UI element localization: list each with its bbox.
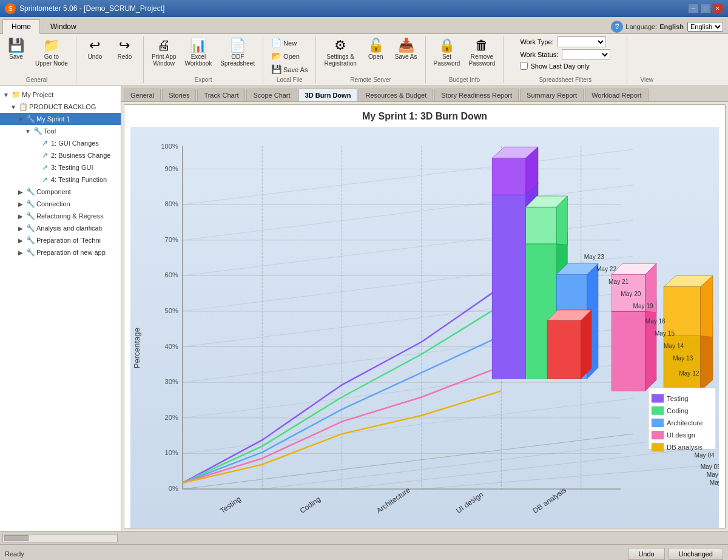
svg-marker-71 xyxy=(701,275,713,337)
sidebar-item-preparation-new[interactable]: ▶ 🔧 Preparation of new app xyxy=(0,246,121,258)
toggle-analysis[interactable]: ▶ xyxy=(17,224,24,232)
remote-group-label: Remote Server xyxy=(350,76,391,83)
save-button[interactable]: 💾 Save xyxy=(2,36,30,62)
tab-story-readiness[interactable]: Story Readiness Report xyxy=(434,89,519,101)
horizontal-scrollbar[interactable] xyxy=(2,534,118,542)
odf-button[interactable]: 📄 ODF Spreadsheet xyxy=(217,36,258,69)
worktype-select[interactable]: ----ALL---- xyxy=(558,36,606,47)
print-button[interactable]: 🖨 Print App Window xyxy=(149,36,180,69)
saveas-button[interactable]: 💾 Save As xyxy=(268,63,311,75)
new-button[interactable]: 📄 New xyxy=(268,36,311,49)
tab-resources-budget[interactable]: Resources & Budget xyxy=(359,89,433,101)
tab-window[interactable]: Window xyxy=(41,19,86,33)
workstatus-select[interactable]: ----ALL---- xyxy=(562,49,610,60)
sidebar-item-component[interactable]: ▶ 🔧 Component xyxy=(0,186,121,198)
show-lastday-checkbox[interactable] xyxy=(520,62,528,70)
help-icon[interactable]: ? xyxy=(611,21,623,33)
toggle-my-project[interactable]: ▼ xyxy=(2,91,10,98)
sidebar-item-task-4[interactable]: ▶ ↗ 4: Testing Function xyxy=(0,174,121,186)
remote-saveas-button[interactable]: 📥 Save As xyxy=(392,36,420,62)
redo-button[interactable]: ↪ Redo xyxy=(111,36,138,62)
help-area: ? Language: English English xyxy=(606,19,728,33)
tab-stories[interactable]: Stories xyxy=(162,89,196,101)
sidebar-item-connection[interactable]: ▶ 🔧 Connection xyxy=(0,198,121,210)
toggle-refactoring[interactable]: ▶ xyxy=(17,212,24,220)
sprint-icon: 🔧 xyxy=(25,114,35,124)
svg-rect-51 xyxy=(547,320,581,379)
sidebar-item-preparation-techni[interactable]: ▶ 🔧 Preparation of 'Techni xyxy=(0,234,121,246)
prep-new-icon: 🔧 xyxy=(25,248,35,257)
toggle-connection[interactable]: ▶ xyxy=(17,200,24,207)
bar-db-2 xyxy=(664,275,713,337)
sidebar-item-task-1[interactable]: ▶ ↗ 1: GUI Changes xyxy=(0,137,121,149)
sidebar-item-analysis[interactable]: ▶ 🔧 Analysis and clarificati xyxy=(0,222,121,234)
sidebar-item-my-sprint-1[interactable]: ▼ 🔧 My Sprint 1 xyxy=(0,113,121,125)
svg-marker-53 xyxy=(581,310,592,379)
date-may15: May 15 xyxy=(655,330,675,337)
app-icon: S xyxy=(5,3,16,14)
general-group-label: General xyxy=(26,76,48,83)
go-upper-node-button[interactable]: 📁 Go to Upper Node xyxy=(32,36,71,69)
ribbon-group-view: View xyxy=(630,36,666,83)
worktype-label: Work Type: xyxy=(520,38,553,46)
toggle-prep-techni[interactable]: ▶ xyxy=(17,237,24,244)
undo-bottom-button[interactable]: Undo xyxy=(628,548,664,560)
tab-home[interactable]: Home xyxy=(2,19,40,34)
sidebar-item-task-2[interactable]: ▶ ↗ 2: Business Change xyxy=(0,149,121,161)
removepwd-button[interactable]: 🗑 Remove Password xyxy=(465,36,498,69)
legend-testing-color xyxy=(652,394,664,402)
open-button[interactable]: 📂 Open xyxy=(268,50,311,62)
tab-track-chart[interactable]: Track Chart xyxy=(197,89,245,101)
toggle-prep-new[interactable]: ▶ xyxy=(17,249,24,256)
sidebar-item-task-3[interactable]: ▶ ↗ 3: Testing GUI xyxy=(0,161,121,174)
date-may19: May 19 xyxy=(633,303,653,309)
maximize-button[interactable]: □ xyxy=(700,4,711,13)
ribbon-content: 💾 Save 📁 Go to Upper Node General ↩ Undo… xyxy=(0,34,728,86)
main-layout: ▼ 📁 My Project ▼ 📋 PRODUCT BACKLOG ▼ 🔧 M… xyxy=(0,86,728,531)
toggle-sprint[interactable]: ▼ xyxy=(17,115,24,123)
content-area: General Stories Track Chart Scope Chart … xyxy=(121,86,728,531)
svg-line-23 xyxy=(183,398,633,453)
sidebar-item-refactoring[interactable]: ▶ 🔧 Refactoring & Regress xyxy=(0,210,121,222)
backlog-label: PRODUCT BACKLOG xyxy=(29,103,96,110)
ribbon-group-undoredo: ↩ Undo ↪ Redo xyxy=(79,36,144,83)
sidebar-item-tool[interactable]: ▼ 🔧 Tool xyxy=(0,125,121,137)
title-bar-controls[interactable]: ─ □ ✕ xyxy=(688,4,723,13)
undo-button[interactable]: ↩ Undo xyxy=(81,36,109,62)
bar-green-top xyxy=(526,196,568,245)
tab-3d-burn-down[interactable]: 3D Burn Down xyxy=(298,89,358,101)
remote-saveas-label: Save As xyxy=(395,53,417,60)
tab-workload-report[interactable]: Workload Report xyxy=(585,89,648,101)
prep-techni-icon: 🔧 xyxy=(25,235,35,245)
remote-open-button[interactable]: 🔓 Open xyxy=(362,36,389,62)
legend-coding-label: Coding xyxy=(667,407,688,414)
tab-general[interactable]: General xyxy=(124,89,161,101)
settings-button[interactable]: ⚙ Settings & Registration xyxy=(321,36,359,69)
toggle-tool[interactable]: ▼ xyxy=(24,127,32,135)
removepwd-icon: 🗑 xyxy=(475,39,488,52)
task1-label: 1: GUI Changes xyxy=(51,140,99,147)
bottom-buttons: Undo Unchanged xyxy=(628,548,723,560)
minimize-button[interactable]: ─ xyxy=(688,4,699,13)
unchanged-button[interactable]: Unchanged xyxy=(669,548,723,560)
new-icon: 📄 xyxy=(271,38,281,47)
setpwd-button[interactable]: 🔒 Set Password xyxy=(431,36,463,69)
scrollbar-thumb[interactable] xyxy=(4,535,29,541)
toggle-backlog[interactable]: ▼ xyxy=(10,103,17,110)
sidebar-item-my-project[interactable]: ▼ 📁 My Project xyxy=(0,89,121,101)
tab-scope-chart[interactable]: Scope Chart xyxy=(246,89,297,101)
sprint-label: My Sprint 1 xyxy=(36,115,70,123)
ribbon-group-filters: Work Type: ----ALL---- Work Status: ----… xyxy=(506,36,627,83)
removepwd-label: Remove Password xyxy=(468,53,495,67)
sidebar-item-product-backlog[interactable]: ▼ 📋 PRODUCT BACKLOG xyxy=(0,101,121,113)
legend-arch-color xyxy=(652,419,664,427)
toggle-component[interactable]: ▶ xyxy=(17,188,24,195)
chart-svg: Percentage xyxy=(130,127,719,528)
excel-button[interactable]: 📊 Excel Workbook xyxy=(182,36,215,69)
language-select[interactable]: English xyxy=(687,22,723,32)
close-button[interactable]: ✕ xyxy=(712,4,723,13)
tab-summary-report[interactable]: Summary Report xyxy=(520,89,584,101)
date-may14: May 14 xyxy=(664,343,684,349)
remote-open-label: Open xyxy=(368,53,383,60)
svg-line-41 xyxy=(422,465,719,489)
